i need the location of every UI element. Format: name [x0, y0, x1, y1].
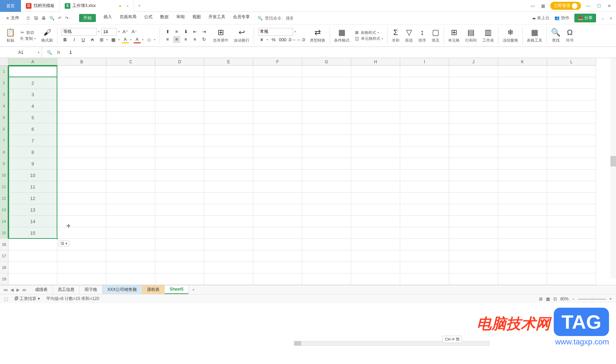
col-header-D[interactable]: D: [155, 58, 204, 66]
cells-label[interactable]: 单元格: [448, 38, 460, 43]
orientation-icon[interactable]: ↻: [200, 36, 207, 43]
tab-template[interactable]: D 找稻壳模板: [21, 0, 60, 12]
cell-E5[interactable]: [204, 112, 253, 123]
row-header-17[interactable]: 17: [0, 250, 8, 262]
collab-button[interactable]: 👥 协作: [554, 15, 569, 21]
cell-I7[interactable]: [400, 135, 449, 147]
cell-E11[interactable]: [204, 181, 253, 193]
cell-I11[interactable]: [400, 181, 449, 193]
cell-G10[interactable]: [302, 170, 351, 181]
freeze-icon[interactable]: ❄: [507, 28, 514, 37]
format-painter-label[interactable]: 格式刷: [41, 38, 53, 43]
row-header-9[interactable]: 9: [0, 158, 8, 170]
cell-C18[interactable]: [106, 262, 155, 273]
tab-workbook[interactable]: S 工作簿3.xlsx ● ×: [60, 0, 134, 12]
zoom-in-icon[interactable]: +: [609, 297, 612, 301]
sheet-tab-5[interactable]: 课程表: [142, 285, 165, 294]
cell-B17[interactable]: [57, 250, 106, 262]
cell-F15[interactable]: [253, 227, 302, 239]
cell-D7[interactable]: [155, 135, 204, 147]
cell-D11[interactable]: [155, 181, 204, 193]
table-style-icon[interactable]: ⊞: [355, 30, 359, 35]
cell-I16[interactable]: [400, 239, 449, 250]
cell-C5[interactable]: [106, 112, 155, 123]
cell-D14[interactable]: [155, 216, 204, 227]
cell-F6[interactable]: [253, 123, 302, 135]
cell-I12[interactable]: [400, 193, 449, 204]
cut-label[interactable]: 剪切: [26, 30, 34, 35]
sum-label[interactable]: 求和: [392, 38, 399, 43]
cell-J12[interactable]: [449, 193, 498, 204]
cell-F17[interactable]: [253, 250, 302, 262]
cell-D6[interactable]: [155, 123, 204, 135]
cell-K11[interactable]: [498, 181, 547, 193]
cell-H17[interactable]: [351, 250, 400, 262]
cell-D9[interactable]: [155, 158, 204, 170]
paste-label[interactable]: 粘贴: [7, 38, 14, 43]
strikethrough-icon[interactable]: A: [89, 36, 96, 43]
cell-A19[interactable]: [8, 273, 57, 285]
cell-H3[interactable]: [351, 89, 400, 100]
cell-C7[interactable]: [106, 135, 155, 147]
cell-B9[interactable]: [57, 158, 106, 170]
filter-icon[interactable]: ▽: [406, 28, 412, 37]
cell-fill-icon[interactable]: ▦: [110, 36, 117, 43]
new-icon[interactable]: 🗋: [26, 16, 30, 21]
cell-K8[interactable]: [498, 147, 547, 158]
cell-J19[interactable]: [449, 273, 498, 285]
sheet-tab-6[interactable]: Sheet5: [165, 285, 189, 294]
align-bottom-icon[interactable]: ⬇: [182, 28, 189, 35]
cell-I13[interactable]: [400, 204, 449, 216]
cell-F5[interactable]: [253, 112, 302, 123]
menu-data[interactable]: 数据: [160, 14, 169, 22]
cell-C3[interactable]: [106, 89, 155, 100]
cell-L19[interactable]: [547, 273, 596, 285]
cell-K6[interactable]: [498, 123, 547, 135]
symbol-icon[interactable]: Ω: [567, 28, 573, 37]
clear-format-icon[interactable]: ◇: [146, 36, 153, 43]
row-header-11[interactable]: 11: [0, 181, 8, 193]
cell-I15[interactable]: [400, 227, 449, 239]
row-header-5[interactable]: 5: [0, 112, 8, 123]
menu-insert[interactable]: 插入: [104, 14, 112, 22]
cell-G19[interactable]: [302, 273, 351, 285]
cell-F8[interactable]: [253, 147, 302, 158]
col-header-J[interactable]: J: [449, 58, 498, 66]
cond-format-icon[interactable]: ▦: [338, 28, 346, 37]
share-button[interactable]: 📤 分享: [574, 14, 596, 22]
cell-A2[interactable]: 2: [8, 77, 57, 89]
row-header-12[interactable]: 12: [0, 193, 8, 204]
cell-F19[interactable]: [253, 273, 302, 285]
cell-B14[interactable]: [57, 216, 106, 227]
fx-icon[interactable]: fx: [57, 50, 60, 55]
cell-E9[interactable]: [204, 158, 253, 170]
cell-K16[interactable]: [498, 239, 547, 250]
cell-D3[interactable]: [155, 89, 204, 100]
cells-icon[interactable]: ⊞: [451, 28, 457, 37]
highlight-icon[interactable]: A: [122, 36, 129, 43]
cell-H11[interactable]: [351, 181, 400, 193]
sheet-nav-prev-icon[interactable]: ◀: [10, 287, 14, 292]
cell-F9[interactable]: [253, 158, 302, 170]
cell-D16[interactable]: [155, 239, 204, 250]
cell-J16[interactable]: [449, 239, 498, 250]
cell-D10[interactable]: [155, 170, 204, 181]
cell-B5[interactable]: [57, 112, 106, 123]
preview-icon[interactable]: 🔍: [49, 16, 55, 21]
formula-input[interactable]: [65, 50, 616, 55]
cell-H9[interactable]: [351, 158, 400, 170]
sheet-tab-3[interactable]: 田字格: [80, 285, 102, 294]
row-header-1[interactable]: 1: [0, 66, 8, 77]
ribbon-help-icon[interactable]: ∧: [609, 16, 613, 21]
sheet-tab-1[interactable]: 成绩表: [30, 285, 53, 294]
sheet-add-button[interactable]: +: [189, 287, 198, 292]
cell-H7[interactable]: [351, 135, 400, 147]
cell-A18[interactable]: [8, 262, 57, 273]
cell-J17[interactable]: [449, 250, 498, 262]
cell-G7[interactable]: [302, 135, 351, 147]
cell-D4[interactable]: [155, 100, 204, 112]
cell-H15[interactable]: [351, 227, 400, 239]
tab-add-button[interactable]: +: [134, 3, 145, 8]
redo-icon[interactable]: ↷: [65, 16, 69, 21]
cell-J14[interactable]: [449, 216, 498, 227]
